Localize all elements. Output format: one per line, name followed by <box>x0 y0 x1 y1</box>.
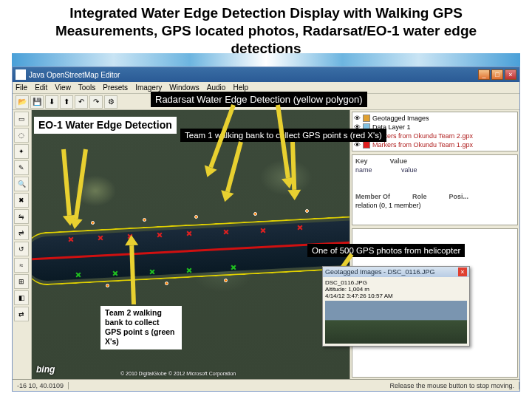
minimize-button[interactable]: _ <box>478 69 490 80</box>
photo-marker[interactable] <box>253 212 257 216</box>
gps-marker-red[interactable] <box>298 225 302 230</box>
bing-logo: bing <box>36 364 55 375</box>
gps-marker-red[interactable] <box>98 236 103 240</box>
tool-save-icon[interactable]: 💾 <box>30 95 44 109</box>
callout-radarsat: Radarsat Water Edge Detection (yellow po… <box>151 92 367 107</box>
gps-marker-red[interactable] <box>157 233 162 237</box>
window-title: Java OpenStreetMap Editor <box>29 71 478 79</box>
tool-align-icon[interactable]: ⊞ <box>14 274 29 289</box>
gps-marker-green[interactable] <box>187 268 191 273</box>
member-row[interactable]: relation (0, 1 member) <box>354 201 516 210</box>
menu-file[interactable]: File <box>16 82 27 93</box>
menu-edit[interactable]: Edit <box>35 82 47 93</box>
statusbar: -16 10, 40.0109 Release the mouse button… <box>13 379 519 391</box>
app-icon <box>16 69 26 80</box>
menu-view[interactable]: View <box>55 82 71 93</box>
map-canvas[interactable]: bing © 2010 DigitalGlobe © 2012 Microsof… <box>32 110 349 379</box>
popup-altitude: Altitude: 1,004 m <box>325 286 467 293</box>
menu-tools[interactable]: Tools <box>78 82 95 93</box>
popup-title: Geotagged Images - DSC_0116.JPG <box>325 268 435 276</box>
popup-body: DSC_0116.JPG Altitude: 1,004 m 4/14/12 3… <box>323 277 469 346</box>
gps-marker-green[interactable] <box>231 265 236 270</box>
popup-titlebar[interactable]: Geotagged Images - DSC_0116.JPG × <box>323 267 469 277</box>
tool-zoom-icon[interactable]: 🔍 <box>14 177 29 191</box>
slide-title: Integrated Water Edge Detection Display … <box>0 0 532 60</box>
tool-redo-icon[interactable]: ↷ <box>89 95 103 109</box>
imagery-credit: © 2010 DigitalGlobe © 2012 Microsoft Cor… <box>120 371 236 376</box>
left-toolbox: ▭ ◌ ✦ ✎ 🔍 ✖ ⇋ ⇌ ↺ ≈ ⊞ ◧ ⇄ <box>13 110 32 379</box>
popup-close-button[interactable]: × <box>458 267 467 276</box>
gps-marker-red[interactable] <box>69 237 73 242</box>
gps-marker-red[interactable] <box>187 231 191 236</box>
photo-marker[interactable] <box>106 284 109 287</box>
tool-reverse-icon[interactable]: ↺ <box>14 242 29 256</box>
status-coord: -16 10, 40.0109 <box>13 382 69 389</box>
maximize-button[interactable]: □ <box>491 69 503 80</box>
photo-marker[interactable] <box>194 215 198 219</box>
gps-marker-green[interactable] <box>76 273 81 277</box>
screenshot-region: Java OpenStreetMap Editor _ □ × File Edi… <box>12 53 520 392</box>
tool-select-icon[interactable]: ▭ <box>14 112 29 126</box>
close-button[interactable]: × <box>505 69 516 80</box>
tool-node-icon[interactable]: ✦ <box>14 144 29 159</box>
tool-prefs-icon[interactable]: ⚙ <box>104 95 117 109</box>
tool-undo-icon[interactable]: ↶ <box>75 95 88 109</box>
tool-upload-icon[interactable]: ⬆ <box>60 95 73 109</box>
gps-marker-green[interactable] <box>150 270 154 274</box>
titlebar[interactable]: Java OpenStreetMap Editor _ □ × <box>13 67 519 82</box>
photo-marker[interactable] <box>165 282 168 285</box>
geotagged-image-popup[interactable]: Geotagged Images - DSC_0116.JPG × DSC_01… <box>322 266 470 347</box>
tool-split-icon[interactable]: ⇋ <box>14 209 29 224</box>
callout-eo1: EO-1 Water Edge Detection <box>34 117 177 134</box>
popup-timestamp: 4/14/12 3:47:26 10:57 AM <box>325 293 467 299</box>
tool-draw-icon[interactable]: ✎ <box>14 160 29 175</box>
callout-team2: Team 2 walking bank to collect GPS point… <box>100 306 182 349</box>
gps-marker-green[interactable] <box>113 271 117 276</box>
tool-mirror-icon[interactable]: ⇄ <box>14 307 29 321</box>
popup-photo-thumbnail[interactable] <box>325 301 467 344</box>
menu-presets[interactable]: Presets <box>103 82 128 93</box>
layer-row[interactable]: 👁Geotagged Images <box>354 114 516 123</box>
tool-ortho-icon[interactable]: ◧ <box>14 290 29 305</box>
tool-simplify-icon[interactable]: ≈ <box>14 258 29 273</box>
callout-photo: One of 500 GPS photos from helicopter <box>307 244 465 257</box>
tool-open-icon[interactable]: 📂 <box>16 95 29 109</box>
properties-panel: KeyValue namevalue Member OfRolePosi... … <box>352 154 518 225</box>
photo-marker[interactable] <box>224 279 228 282</box>
tool-lasso-icon[interactable]: ◌ <box>14 128 29 143</box>
property-row[interactable]: namevalue <box>354 166 516 174</box>
tool-download-icon[interactable]: ⬇ <box>45 95 58 109</box>
photo-marker[interactable] <box>305 209 309 213</box>
photo-marker[interactable] <box>143 218 146 222</box>
tool-delete-icon[interactable]: ✖ <box>14 193 29 208</box>
photo-marker[interactable] <box>91 221 95 225</box>
status-hint: Release the mouse button to stop moving. <box>385 382 519 389</box>
gps-marker-red[interactable] <box>224 230 228 234</box>
tool-merge-icon[interactable]: ⇌ <box>14 225 29 240</box>
popup-filename: DSC_0116.JPG <box>325 279 467 286</box>
gps-marker-red[interactable] <box>261 228 265 233</box>
